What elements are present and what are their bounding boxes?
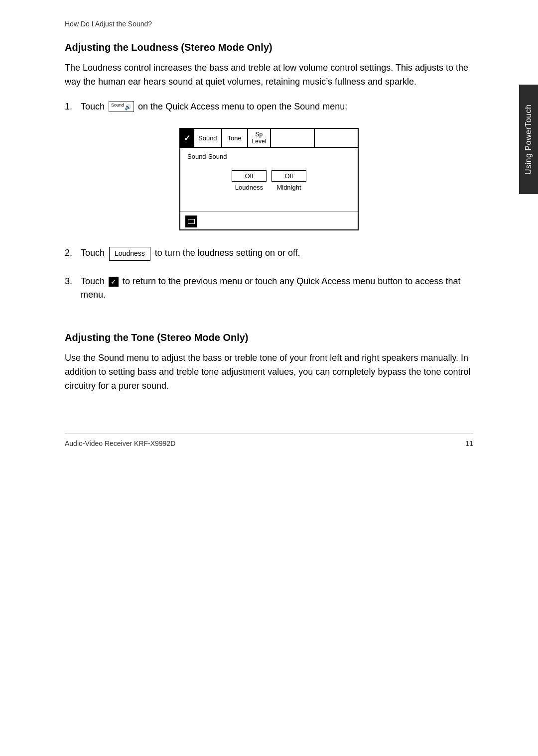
checkmark-icon: ✓: [109, 277, 119, 287]
midnight-label: Midnight: [271, 184, 306, 191]
footer-display-icon: [185, 216, 197, 227]
loudness-control: Off Loudness: [232, 170, 267, 191]
section1-body: The Loudness control increases the bass …: [65, 61, 473, 89]
tab-sp-level: SpLevel: [248, 129, 271, 147]
loudness-off-btn: Off: [232, 170, 267, 182]
tab-empty-2: [315, 129, 358, 147]
footer-icon-inner: [188, 219, 195, 224]
midnight-off-btn: Off: [271, 170, 306, 182]
step-2: 2. Touch Loudness to turn the loudness s…: [65, 246, 473, 260]
controls-row: Off Loudness Off Midnight: [187, 170, 351, 191]
midnight-control: Off Midnight: [271, 170, 306, 191]
tab-empty-1: [271, 129, 315, 147]
footer-page-number: 11: [465, 439, 473, 447]
breadcrumb: How Do I Adjust the Sound?: [65, 20, 473, 28]
sound-menu-icon: Sound🔊: [109, 101, 134, 112]
section1-heading: Adjusting the Loudness (Stereo Mode Only…: [65, 42, 473, 53]
sound-menu-tabs: ✓ Sound Tone SpLevel: [180, 129, 358, 148]
tab-tone: Tone: [222, 129, 248, 147]
step-1: 1. Touch Sound🔊 on the Quick Access menu…: [65, 100, 473, 114]
sound-menu-footer: [180, 211, 358, 229]
step-3: 3. Touch ✓ to return to the previous men…: [65, 275, 473, 303]
footer-product-name: Audio-Video Receiver KRF-X9992D: [65, 439, 175, 447]
tab-sound: Sound: [194, 129, 222, 147]
sound-menu-screenshot: ✓ Sound Tone SpLevel Sound-Sound Off Lou…: [65, 128, 473, 231]
step-1-content: Touch Sound🔊 on the Quick Access menu to…: [81, 100, 473, 114]
sidebar-label: Using PowerTouch: [519, 85, 538, 194]
step-2-number: 2.: [65, 246, 81, 260]
loudness-inline-button: Loudness: [109, 247, 150, 261]
sound-menu-body: Sound-Sound Off Loudness Off Midnight: [180, 148, 358, 204]
sound-menu-box: ✓ Sound Tone SpLevel Sound-Sound Off Lou…: [179, 128, 359, 231]
tab-checkmark: ✓: [180, 129, 194, 147]
section2-body: Use the Sound menu to adjust the bass or…: [65, 351, 473, 393]
page-footer: Audio-Video Receiver KRF-X9992D 11: [65, 433, 473, 447]
submenu-label: Sound-Sound: [187, 153, 351, 160]
section2-heading: Adjusting the Tone (Stereo Mode Only): [65, 332, 473, 343]
step-2-content: Touch Loudness to turn the loudness sett…: [81, 246, 473, 260]
loudness-label: Loudness: [232, 184, 267, 191]
step-1-number: 1.: [65, 100, 81, 114]
step-3-number: 3.: [65, 275, 81, 289]
step-3-content: Touch ✓ to return to the previous menu o…: [81, 275, 473, 303]
